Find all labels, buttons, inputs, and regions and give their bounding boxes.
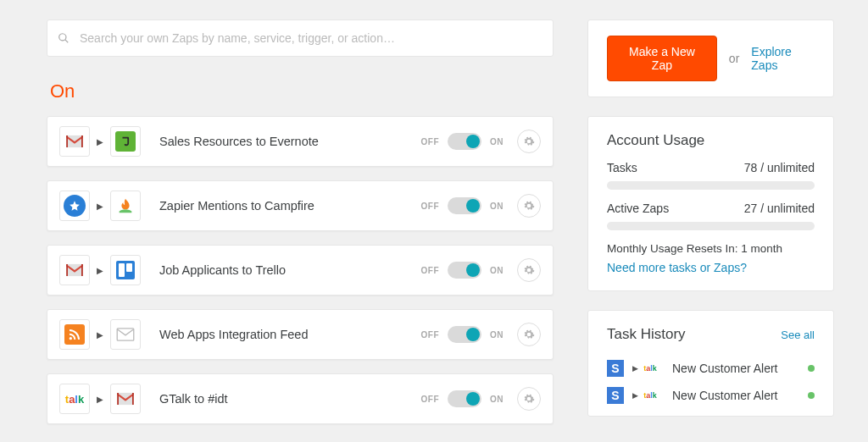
cta-panel: Make a New Zap or Explore Zaps bbox=[587, 19, 834, 97]
on-label: ON bbox=[490, 395, 504, 404]
toggle-group: OFF ON bbox=[421, 390, 504, 407]
status-dot bbox=[808, 392, 815, 399]
active-zaps-label: Active Zaps bbox=[607, 202, 669, 215]
zap-row[interactable]: ▶ Zapier Mentions to Campfire OFF ON bbox=[47, 180, 554, 231]
active-zaps-value: 27 / unlimited bbox=[744, 202, 815, 215]
svg-rect-1 bbox=[117, 329, 134, 340]
arrow-icon: ▶ bbox=[632, 364, 638, 373]
make-zap-button[interactable]: Make a New Zap bbox=[607, 36, 717, 81]
zap-name: Web Apps Integration Feed bbox=[159, 328, 421, 341]
on-label: ON bbox=[490, 137, 504, 146]
toggle-switch[interactable] bbox=[448, 197, 481, 214]
toggle-switch[interactable] bbox=[448, 390, 481, 407]
off-label: OFF bbox=[421, 330, 440, 340]
search-bar[interactable] bbox=[47, 19, 554, 57]
history-row[interactable]: S ▶ talk New Customer Alert bbox=[607, 382, 815, 409]
rss-icon bbox=[59, 319, 90, 350]
history-item-name: New Customer Alert bbox=[672, 362, 808, 375]
need-more-link[interactable]: Need more tasks or Zaps? bbox=[607, 261, 747, 274]
arrow-icon: ▶ bbox=[97, 330, 103, 340]
toggle-switch[interactable] bbox=[448, 326, 481, 343]
zap-row[interactable]: ▶ Web Apps Integration Feed OFF ON bbox=[47, 309, 554, 360]
status-dot bbox=[808, 365, 815, 372]
section-heading-on: On bbox=[50, 80, 554, 102]
usage-title: Account Usage bbox=[607, 132, 815, 149]
svg-point-0 bbox=[70, 337, 72, 340]
on-label: ON bbox=[490, 330, 504, 340]
off-label: OFF bbox=[421, 202, 440, 211]
evernote-icon bbox=[110, 126, 141, 157]
mail-icon bbox=[110, 319, 141, 350]
arrow-icon: ▶ bbox=[97, 266, 103, 275]
zaps-bar bbox=[607, 222, 815, 230]
gtalk-icon: talk bbox=[59, 384, 90, 414]
campfire-icon bbox=[110, 191, 141, 221]
zap-name: GTalk to #idt bbox=[159, 392, 421, 406]
tasks-label: Tasks bbox=[607, 161, 637, 174]
arrow-icon: ▶ bbox=[97, 137, 103, 146]
zap-row[interactable]: ▶ Sales Resources to Evernote OFF ON bbox=[47, 116, 554, 167]
zap-row[interactable]: talk ▶ GTalk to #idt OFF ON bbox=[47, 373, 554, 424]
explore-zaps-link[interactable]: Explore Zaps bbox=[751, 45, 815, 72]
gmail-icon bbox=[59, 126, 90, 157]
settings-button[interactable] bbox=[517, 323, 541, 346]
arrow-icon: ▶ bbox=[632, 391, 638, 400]
zap-name: Zapier Mentions to Campfire bbox=[159, 199, 421, 213]
task-history-panel: Task History See all S ▶ talk New Custom… bbox=[587, 310, 834, 417]
search-input[interactable] bbox=[78, 30, 542, 46]
toggle-group: OFF ON bbox=[421, 326, 504, 343]
gmail-icon bbox=[59, 255, 90, 285]
arrow-icon: ▶ bbox=[97, 395, 103, 404]
reset-text: Monthly Usage Resets In: 1 month bbox=[607, 242, 815, 255]
toggle-group: OFF ON bbox=[421, 262, 504, 279]
off-label: OFF bbox=[421, 266, 440, 275]
tasks-value: 78 / unlimited bbox=[744, 161, 815, 174]
zap-name: Job Applicants to Trello bbox=[159, 263, 421, 277]
settings-button[interactable] bbox=[517, 130, 541, 153]
settings-button[interactable] bbox=[517, 387, 541, 411]
toggle-switch[interactable] bbox=[448, 133, 481, 150]
stripe-icon: S bbox=[607, 387, 624, 404]
toggle-switch[interactable] bbox=[448, 262, 481, 279]
gmail-icon bbox=[110, 384, 141, 414]
star-icon bbox=[59, 191, 90, 221]
zap-name: Sales Resources to Evernote bbox=[159, 135, 421, 148]
settings-button[interactable] bbox=[517, 258, 541, 282]
on-label: ON bbox=[490, 202, 504, 211]
trello-icon bbox=[110, 255, 141, 285]
history-title: Task History bbox=[607, 326, 686, 343]
toggle-group: OFF ON bbox=[421, 133, 504, 150]
gtalk-icon: talk bbox=[642, 360, 659, 377]
toggle-group: OFF ON bbox=[421, 197, 504, 214]
or-text: or bbox=[729, 52, 739, 65]
off-label: OFF bbox=[421, 395, 440, 404]
see-all-link[interactable]: See all bbox=[781, 329, 815, 341]
history-item-name: New Customer Alert bbox=[672, 389, 808, 402]
tasks-bar bbox=[607, 181, 815, 190]
account-usage-panel: Account Usage Tasks 78 / unlimited Activ… bbox=[587, 116, 834, 291]
history-row[interactable]: S ▶ talk New Customer Alert bbox=[607, 355, 815, 382]
zap-row[interactable]: ▶ Job Applicants to Trello OFF ON bbox=[47, 245, 554, 296]
on-label: ON bbox=[490, 266, 504, 275]
arrow-icon: ▶ bbox=[97, 202, 103, 211]
stripe-icon: S bbox=[607, 360, 624, 377]
off-label: OFF bbox=[421, 137, 440, 146]
settings-button[interactable] bbox=[517, 194, 541, 218]
gtalk-icon: talk bbox=[642, 387, 659, 404]
search-icon bbox=[58, 32, 70, 44]
